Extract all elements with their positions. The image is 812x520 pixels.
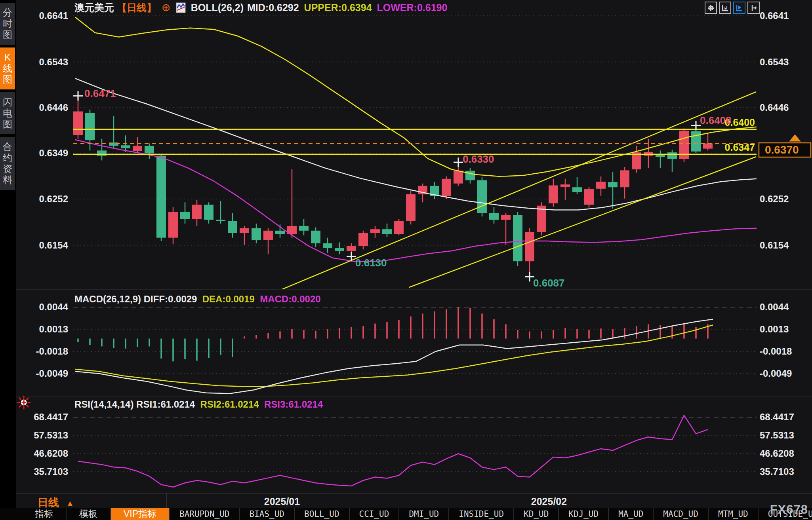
svg-text:-0.0049: -0.0049	[36, 368, 68, 379]
svg-text:0.6252: 0.6252	[760, 194, 789, 204]
svg-text:0.6330: 0.6330	[463, 153, 494, 165]
trend-line	[277, 92, 756, 291]
symbol-name: 澳元美元	[74, 1, 114, 14]
tab-vip[interactable]: VIP指标	[111, 508, 170, 520]
svg-text:0.6543: 0.6543	[39, 57, 68, 67]
live-indicator-icon	[17, 395, 31, 410]
tab-[interactable]: 模板	[67, 508, 111, 520]
svg-text:0.6349: 0.6349	[39, 148, 68, 158]
macd-header: MACD(26,12,9) DIFF:0.0029 DEA:0.0019 MAC…	[74, 294, 321, 305]
indicator-icon	[176, 2, 186, 13]
period-tag: 【日线】	[117, 1, 156, 14]
svg-text:0.6471: 0.6471	[84, 87, 116, 99]
svg-text:0.6087: 0.6087	[533, 277, 565, 289]
move-tool-icon[interactable]	[705, 2, 717, 14]
watermark: FX678	[729, 503, 808, 517]
svg-text:0.6154: 0.6154	[760, 240, 789, 251]
rsi-3: RSI3:61.0214	[264, 399, 323, 410]
svg-text:0.0013: 0.0013	[39, 324, 68, 334]
svg-text:0.0013: 0.0013	[760, 324, 789, 334]
boll-lower: LOWER:0.6190	[377, 2, 448, 13]
tab-macd_ud[interactable]: MACD_UD	[654, 508, 709, 520]
tab-inside_ud[interactable]: INSIDE_UD	[449, 508, 514, 520]
extreme-markers	[73, 91, 701, 281]
x-axis-label: 2025/01	[264, 496, 300, 507]
x-axis-row: 日线 ▲ 2025/012025/02	[16, 493, 812, 508]
boll-upper: UPPER:0.6394	[304, 2, 372, 13]
svg-text:0.6543: 0.6543	[760, 57, 789, 67]
rsi-pane	[78, 416, 708, 487]
svg-text:0.6641: 0.6641	[760, 10, 789, 21]
macd-macd: MACD:0.0020	[260, 294, 320, 304]
tab-boll_ud[interactable]: BOLL_UD	[295, 508, 350, 520]
svg-text:-0.0049: -0.0049	[760, 368, 792, 379]
macd-title: MACD(26,12,9)	[74, 294, 141, 304]
boll-label: BOLL(26,2)	[191, 2, 244, 13]
axis-scale-icon[interactable]	[719, 2, 731, 14]
tab-kd_ud[interactable]: KD_UD	[514, 508, 559, 520]
indicator-tabbar: 指标模板VIP指标BARUPDN_UDBIAS_UDBOLL_UDCCI_UDD…	[0, 508, 812, 520]
svg-text:0.0044: 0.0044	[760, 302, 789, 312]
svg-text:35.7103: 35.7103	[34, 466, 68, 477]
macd-diff: DIFF:0.0029	[144, 294, 197, 304]
trading-app: { "colors":{"up":"#ea4a5e","down":"#3eb4…	[0, 0, 812, 520]
circle-plus-icon[interactable]: ⊕	[162, 1, 171, 14]
x-axis-label: 2025/02	[531, 496, 567, 507]
tab-ma_ud[interactable]: MA_UD	[609, 508, 654, 520]
svg-text:46.6208: 46.6208	[34, 448, 68, 459]
tab-[interactable]: 指标	[22, 508, 67, 520]
tab-bias_ud[interactable]: BIAS_UD	[240, 508, 295, 520]
boll-mid: MID:0.6292	[247, 2, 299, 13]
svg-text:0.0044: 0.0044	[39, 302, 69, 312]
rsi-1: RSI1:61.0214	[136, 399, 195, 410]
svg-text:57.5313: 57.5313	[760, 430, 794, 440]
last-price-tag: 0.6370	[759, 134, 811, 157]
chart-canvas[interactable]: 0.66410.66410.65430.65430.64460.64460.63…	[0, 0, 812, 493]
svg-text:0.6446: 0.6446	[760, 102, 789, 113]
svg-text:68.4417: 68.4417	[34, 412, 68, 422]
svg-text:68.4417: 68.4417	[760, 412, 794, 422]
svg-text:0.6641: 0.6641	[39, 10, 68, 21]
rsi-2: RSI2:61.0214	[200, 399, 259, 410]
main-price-pane	[73, 17, 758, 291]
macd-pane	[75, 307, 713, 393]
svg-text:57.5313: 57.5313	[34, 430, 68, 440]
axis-play-icon[interactable]	[733, 2, 745, 14]
svg-text:0.6154: 0.6154	[39, 240, 69, 251]
svg-text:-0.0018: -0.0018	[760, 346, 792, 357]
tab-kdj_ud[interactable]: KDJ_UD	[559, 508, 609, 520]
arrow-up-icon	[789, 134, 801, 141]
svg-text:35.7103: 35.7103	[760, 466, 794, 477]
chart-toolbar	[705, 2, 760, 14]
chart-header: 澳元美元 【日线】 ⊕ BOLL(26,2) MID:0.6292 UPPER:…	[74, 2, 447, 13]
macd-dea: DEA:0.0019	[202, 294, 255, 304]
tab-dmi_ud[interactable]: DMI_UD	[399, 508, 449, 520]
rsi-title: RSI(14,14,14)	[74, 399, 133, 410]
axis-divider	[166, 493, 167, 508]
axis-shift-icon[interactable]	[747, 2, 760, 14]
tab-barupdn_ud[interactable]: BARUPDN_UD	[170, 508, 240, 520]
svg-text:46.6208: 46.6208	[760, 448, 794, 459]
svg-text:0.6347: 0.6347	[725, 142, 755, 153]
svg-text:-0.0018: -0.0018	[36, 346, 68, 357]
triangle-up-icon: ▲	[66, 499, 74, 508]
rsi-header: RSI(14,14,14) RSI1:61.0214 RSI2:61.0214 …	[74, 399, 323, 410]
svg-text:0.6446: 0.6446	[39, 102, 68, 113]
svg-text:0.6130: 0.6130	[355, 257, 387, 269]
tab-cci_ud[interactable]: CCI_UD	[350, 508, 400, 520]
svg-text:0.6252: 0.6252	[39, 194, 68, 204]
svg-text:0.6370: 0.6370	[765, 144, 799, 156]
svg-text:0.6408: 0.6408	[700, 114, 732, 126]
